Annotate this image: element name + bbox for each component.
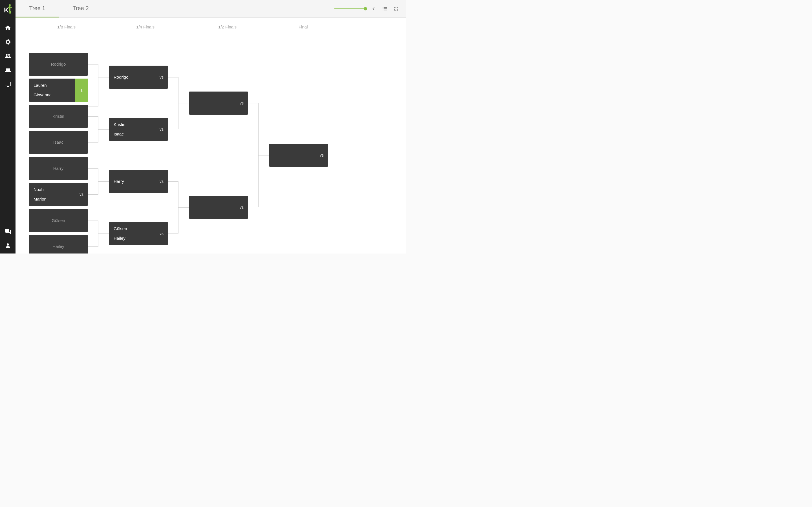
match-r4-2[interactable]: KristinIsaac vs <box>109 118 168 141</box>
vs-label: vs <box>155 118 168 141</box>
player-name: Harry <box>114 177 151 186</box>
vs-label: vs <box>315 144 328 167</box>
app-logo: K <box>4 4 12 15</box>
vs-label: vs <box>155 222 168 245</box>
list-icon[interactable] <box>382 6 388 12</box>
player-name: Isaac <box>53 137 63 147</box>
match-r8-5[interactable]: Harry <box>29 157 88 180</box>
match-r2-2[interactable]: vs <box>189 196 248 219</box>
fullscreen-icon[interactable] <box>393 6 399 12</box>
sidebar: K <box>0 0 15 253</box>
tab-tree-2[interactable]: Tree 2 <box>59 0 102 17</box>
home-icon[interactable] <box>4 24 11 31</box>
player-name: Gülsen <box>52 216 65 225</box>
round-label-eighth: 1/8 Finals <box>57 24 75 29</box>
person-icon[interactable] <box>4 242 11 249</box>
zoom-slider[interactable] <box>335 8 365 9</box>
vs-label: vs <box>155 170 168 193</box>
player-name: Isaac <box>114 129 151 139</box>
tab-tree-1[interactable]: Tree 1 <box>15 0 59 17</box>
player-name: Kristin <box>52 112 64 121</box>
vs-label: vs <box>236 92 248 115</box>
chat-icon[interactable] <box>4 228 11 235</box>
match-r8-3[interactable]: Kristin <box>29 105 88 128</box>
vs-label: vs <box>75 183 88 206</box>
player-name: Kristin <box>114 120 151 129</box>
match-r4-1[interactable]: Rodrigo vs <box>109 66 168 89</box>
mat-icon[interactable] <box>4 67 11 73</box>
chevron-left-icon[interactable] <box>370 6 377 12</box>
score-badge: 1 <box>75 78 88 102</box>
toolbar: Tree 1 Tree 2 <box>15 0 406 18</box>
vs-label: vs <box>155 66 168 89</box>
player-name: Hailey <box>114 233 151 243</box>
player-name: Gülsen <box>114 224 151 233</box>
match-r8-7[interactable]: Gülsen <box>29 209 88 232</box>
vs-label: vs <box>236 196 248 219</box>
match-r8-4[interactable]: Isaac <box>29 131 88 154</box>
match-r8-6[interactable]: NoahMarlon vs <box>29 183 88 206</box>
round-label-semi: 1/2 Finals <box>218 24 237 29</box>
match-r4-3[interactable]: Harry vs <box>109 170 168 193</box>
player-name: Harry <box>53 164 64 173</box>
round-label-final: Final <box>299 24 308 29</box>
player-name: Rodrigo <box>114 72 151 82</box>
match-r8-8[interactable]: Hailey <box>29 235 88 253</box>
player-name: Noah <box>34 185 71 194</box>
bracket-area: 1/8 Finals 1/4 Finals 1/2 Finals Final <box>15 18 406 253</box>
svg-text:K: K <box>4 6 9 14</box>
display-icon[interactable] <box>4 81 11 88</box>
main-content: Tree 1 Tree 2 1/8 Finals 1/4 Finals 1/2 … <box>15 0 406 253</box>
match-final[interactable]: vs <box>269 144 328 167</box>
match-r8-2[interactable]: LaurenGiovanna 1 <box>29 78 88 102</box>
gear-icon[interactable] <box>4 39 11 45</box>
player-name: Marlon <box>34 194 71 204</box>
round-label-quarter: 1/4 Finals <box>136 24 154 29</box>
people-icon[interactable] <box>4 53 11 59</box>
svg-rect-3 <box>10 11 11 13</box>
player-name: Hailey <box>52 242 64 251</box>
player-name: Lauren <box>34 80 71 90</box>
svg-point-0 <box>9 4 11 6</box>
player-name: Rodrigo <box>51 59 66 69</box>
match-r4-4[interactable]: GülsenHailey vs <box>109 222 168 245</box>
match-r2-1[interactable]: vs <box>189 92 248 115</box>
tabs: Tree 1 Tree 2 <box>15 0 102 17</box>
svg-rect-2 <box>9 11 10 13</box>
match-r8-1[interactable]: Rodrigo <box>29 53 88 76</box>
player-name: Giovanna <box>34 90 71 100</box>
